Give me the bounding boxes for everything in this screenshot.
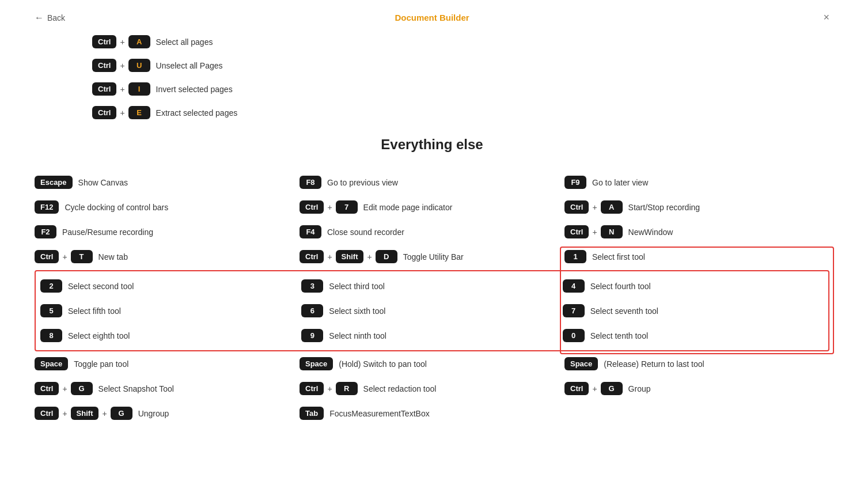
desc-f8: Go to previous view: [327, 178, 398, 187]
desc-f9: Go to later view: [592, 178, 648, 187]
shortcut-1: 1 Select first tool: [564, 244, 829, 269]
shortcut-space-release: Space (Release) Return to last tool: [564, 351, 829, 376]
key-2: 2: [40, 279, 62, 293]
key-f8: F8: [300, 176, 321, 189]
main-window: ← Back Document Builder × Ctrl + A Selec…: [0, 0, 864, 504]
key-f9: F9: [564, 176, 586, 189]
shortcut-ctrl-r: Ctrl + R Select redaction tool: [300, 376, 564, 401]
shortcut-row-select-all: Ctrl + A Select all pages: [92, 35, 829, 48]
key-ctrl: Ctrl: [92, 35, 116, 48]
highlight-region: Ctrl + T New tab Ctrl + Shift + D Toggle…: [35, 244, 829, 351]
shortcut-row-234: 2 Select second tool 3 Select third tool…: [40, 274, 824, 298]
desc-extract: Extract selected pages: [156, 108, 238, 118]
key-f2: F2: [35, 225, 56, 238]
shortcut-9: 9 Select ninth tool: [301, 323, 562, 348]
key-escape: Escape: [35, 176, 73, 189]
shortcut-ctrl-t: Ctrl + T New tab: [35, 244, 300, 269]
back-arrow-icon: ←: [35, 13, 44, 23]
key-ctrl: Ctrl: [564, 225, 589, 238]
shortcut-7: 7 Select seventh tool: [563, 298, 824, 323]
key-g2: G: [601, 382, 623, 395]
close-button[interactable]: ×: [823, 12, 829, 24]
shortcut-row-unselect-all: Ctrl + U Unselect all Pages: [92, 59, 829, 72]
desc-f4: Close sound recorder: [327, 228, 404, 237]
key-ctrl: Ctrl: [35, 407, 59, 420]
desc-ctrl-a-record: Start/Stop recording: [628, 203, 700, 212]
key-space-2: Space: [300, 357, 333, 370]
key-space-3: Space: [564, 357, 598, 370]
key-f12: F12: [35, 200, 59, 214]
shortcut-0: 0 Select tenth tool: [563, 323, 824, 348]
shortcut-row-space: Space Toggle pan tool Space (Hold) Switc…: [35, 351, 829, 376]
shortcut-8: 8 Select eighth tool: [40, 323, 301, 348]
desc-f2: Pause/Resume recording: [62, 228, 153, 237]
desc-redaction: Select redaction tool: [363, 384, 437, 393]
shortcut-space-toggle: Space Toggle pan tool: [35, 351, 300, 376]
shortcut-escape: Escape Show Canvas: [35, 170, 300, 195]
key-u: U: [128, 59, 150, 72]
desc-space-hold: (Hold) Switch to pan tool: [339, 359, 427, 369]
desc-invert: Invert selected pages: [156, 85, 233, 94]
key-g3: G: [111, 407, 132, 420]
key-ctrl: Ctrl: [92, 59, 116, 72]
desc-6: Select sixth tool: [329, 306, 385, 316]
key-7-tool: 7: [563, 304, 585, 317]
key-ctrl: Ctrl: [300, 382, 324, 395]
everything-else-title: Everything else: [35, 137, 829, 153]
desc-space-toggle: Toggle pan tool: [74, 359, 128, 369]
key-9: 9: [301, 329, 323, 342]
desc-ctrl-7: Edit mode page indicator: [363, 203, 453, 212]
key-d: D: [376, 250, 397, 263]
shortcut-row-extract: Ctrl + E Extract selected pages: [92, 106, 829, 119]
shortcut-row-f12-ctrl7-ctrla: F12 Cycle docking of control bars Ctrl +…: [35, 195, 829, 219]
key-combo-ctrl-i: Ctrl + I: [92, 82, 150, 96]
highlighted-rows-box: 2 Select second tool 3 Select third tool…: [35, 270, 829, 351]
desc-ctrl-t: New tab: [98, 252, 128, 262]
key-n: N: [601, 225, 623, 238]
shortcut-row-890: 8 Select eighth tool 9 Select ninth tool…: [40, 323, 824, 348]
key-combo-ctrl-a: Ctrl + A: [92, 35, 150, 48]
key-shift: Shift: [71, 407, 99, 420]
key-f4: F4: [300, 225, 321, 238]
key-g: G: [71, 382, 93, 395]
key-ctrl: Ctrl: [564, 200, 589, 214]
key-a: A: [601, 200, 623, 214]
desc-escape: Show Canvas: [78, 178, 128, 187]
desc-7: Select seventh tool: [590, 306, 658, 316]
doc-builder-shortcuts: Ctrl + A Select all pages Ctrl + U Unsel…: [35, 35, 829, 119]
shortcut-row-ungroup-tab: Ctrl + Shift + G Ungroup Tab FocusMeasur…: [35, 401, 829, 426]
key-combo-ctrl-u: Ctrl + U: [92, 59, 150, 72]
shortcut-2: 2 Select second tool: [40, 274, 301, 298]
shortcut-f4: F4 Close sound recorder: [300, 219, 564, 244]
desc-2: Select second tool: [68, 282, 134, 291]
desc-select-all: Select all pages: [156, 37, 213, 47]
shortcut-ctrl-g-snapshot: Ctrl + G Select Snapshot Tool: [35, 376, 300, 401]
key-tab: Tab: [300, 407, 324, 420]
desc-9: Select ninth tool: [329, 331, 386, 340]
key-ctrl: Ctrl: [300, 250, 324, 263]
key-ctrl: Ctrl: [92, 106, 116, 119]
shortcut-row-567: 5 Select fifth tool 6 Select sixth tool …: [40, 298, 824, 323]
shortcut-f12: F12 Cycle docking of control bars: [35, 195, 300, 219]
shortcut-f8: F8 Go to previous view: [300, 170, 564, 195]
shortcut-5: 5 Select fifth tool: [40, 298, 301, 323]
desc-4: Select fourth tool: [590, 282, 651, 291]
top-bar: ← Back Document Builder ×: [35, 12, 829, 24]
shortcut-ctrl-g-group: Ctrl + G Group: [564, 376, 829, 401]
key-a: A: [128, 35, 150, 48]
section-title: Document Builder: [395, 13, 469, 22]
shortcut-tab: Tab FocusMeasurementTextBox: [300, 401, 564, 426]
highlight-col3-row4: 1 Select first tool: [564, 244, 829, 269]
shortcut-3: 3 Select third tool: [301, 274, 562, 298]
shortcut-ctrl-7: Ctrl + 7 Edit mode page indicator: [300, 195, 564, 219]
shortcut-ctrl-shift-g: Ctrl + Shift + G Ungroup: [35, 401, 300, 426]
key-7: 7: [336, 200, 358, 214]
key-5: 5: [40, 304, 62, 317]
desc-f12: Cycle docking of control bars: [65, 203, 168, 212]
desc-3: Select third tool: [329, 282, 385, 291]
desc-0: Select tenth tool: [590, 331, 648, 340]
key-i: I: [128, 82, 150, 96]
shortcut-row-snapshot-redact-group: Ctrl + G Select Snapshot Tool Ctrl + R S…: [35, 376, 829, 401]
back-button[interactable]: ← Back: [35, 13, 65, 23]
key-ctrl: Ctrl: [35, 250, 59, 263]
